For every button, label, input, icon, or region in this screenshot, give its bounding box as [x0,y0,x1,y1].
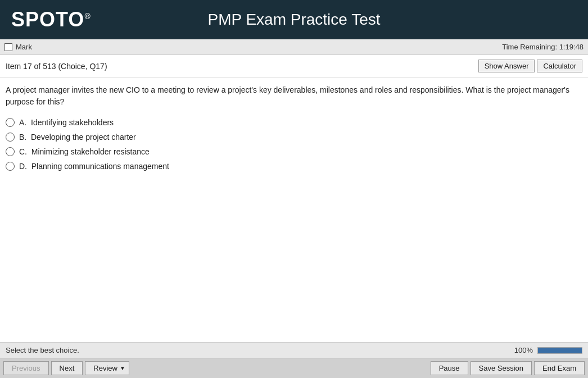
calculator-button[interactable]: Calculator [537,60,582,72]
choice-item[interactable]: B. Developing the project charter [6,133,582,142]
choice-item[interactable]: A. Identifying stakeholders [6,118,582,127]
mark-checkbox[interactable] [4,43,12,51]
choice-letter-0: A. Identifying stakeholders [19,118,114,127]
next-button[interactable]: Next [51,361,83,375]
nav-left: Previous Next Review ▼ [3,361,129,375]
choice-radio-0[interactable] [6,118,15,127]
item-buttons: Show Answer Calculator [478,60,582,72]
review-button[interactable]: Review ▼ [85,361,129,375]
bottom-nav: Previous Next Review ▼ Pause Save Sessio… [0,358,588,378]
end-exam-button[interactable]: End Exam [534,361,585,375]
choice-letter-2: C. Minimizing stakeholder resistance [19,147,150,156]
choice-item[interactable]: C. Minimizing stakeholder resistance [6,147,582,156]
choice-letter-1: B. Developing the project charter [19,133,136,142]
progress-bar-fill [538,348,582,353]
choice-radio-2[interactable] [6,147,15,156]
header: SPOTO® PMP Exam Practice Test [0,0,588,39]
show-answer-button[interactable]: Show Answer [478,60,535,72]
progress-area: 100% [514,346,582,354]
progress-percent: 100% [514,346,533,354]
choice-radio-1[interactable] [6,133,15,142]
choice-item[interactable]: D. Planning communications management [6,162,582,171]
previous-button[interactable]: Previous [3,361,49,375]
question-text: A project manager invites the new CIO to… [6,84,582,108]
save-session-button[interactable]: Save Session [471,361,532,375]
review-dropdown-arrow: ▼ [120,365,125,371]
page-title: PMP Exam Practice Test [207,11,380,29]
pause-button[interactable]: Pause [431,361,468,375]
status-bar: Select the best choice. 100% [0,342,588,358]
mark-label: Mark [16,43,32,51]
content-scroll[interactable]: A project manager invites the new CIO to… [0,78,588,342]
status-instruction: Select the best choice. [6,346,79,354]
choice-radio-3[interactable] [6,162,15,171]
time-remaining: Time Remaining: 1:19:48 [502,43,584,51]
item-header: Item 17 of 513 (Choice, Q17) Show Answer… [0,55,588,78]
mark-bar: Mark Time Remaining: 1:19:48 [0,39,588,55]
content-area: Item 17 of 513 (Choice, Q17) Show Answer… [0,55,588,342]
logo: SPOTO® [11,8,91,31]
mark-section: Mark [4,43,32,51]
progress-bar-container [537,347,582,354]
choices-list: A. Identifying stakeholders B. Developin… [6,118,582,171]
choice-letter-3: D. Planning communications management [19,162,169,171]
nav-right: Pause Save Session End Exam [431,361,585,375]
item-info: Item 17 of 513 (Choice, Q17) [6,62,107,71]
